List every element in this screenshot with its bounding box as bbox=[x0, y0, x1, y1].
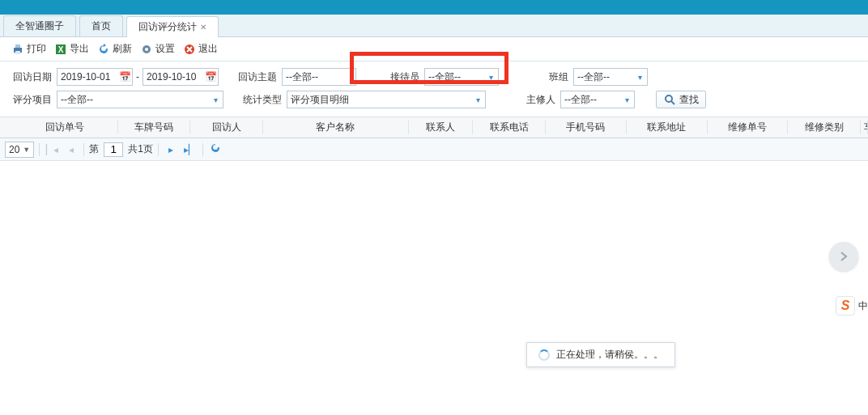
table-body: S 中 正在处理，请稍侯。。。 bbox=[0, 161, 868, 415]
score-item-value: --全部-- bbox=[61, 93, 208, 107]
separator bbox=[39, 143, 40, 156]
subject-label: 回访主题 bbox=[235, 70, 277, 84]
refresh-button[interactable]: 刷新 bbox=[97, 42, 132, 56]
refresh-icon bbox=[97, 43, 110, 56]
col-repair-type[interactable]: 维修类别 bbox=[788, 121, 861, 134]
page-size-value: 20 bbox=[9, 144, 19, 155]
excel-icon: X bbox=[54, 43, 67, 56]
team-value: --全部-- bbox=[577, 70, 632, 84]
col-address[interactable]: 联系地址 bbox=[627, 121, 708, 134]
tool-label: 刷新 bbox=[113, 42, 132, 56]
owner-label: 主修人 bbox=[523, 93, 555, 107]
next-page-button[interactable]: ▸ bbox=[164, 144, 178, 155]
svg-point-8 bbox=[666, 95, 672, 102]
filter-panel: 回访日期 2019-10-01 📅 - 2019-10-10 📅 回访主题 --… bbox=[0, 61, 868, 117]
team-select[interactable]: --全部-- ▾ bbox=[573, 68, 648, 86]
col-phone[interactable]: 联系电话 bbox=[473, 121, 546, 134]
prev-page-button[interactable]: ◂ bbox=[64, 144, 79, 155]
exit-icon bbox=[183, 43, 196, 56]
ime-lang: 中 bbox=[858, 299, 868, 313]
page-input[interactable] bbox=[104, 142, 123, 157]
export-button[interactable]: X 导出 bbox=[54, 42, 89, 56]
tab-score-stats[interactable]: 回访评分统计 ✕ bbox=[126, 16, 219, 37]
separator bbox=[83, 143, 84, 156]
separator bbox=[202, 143, 203, 156]
date-from-input[interactable]: 2019-10-01 📅 bbox=[57, 68, 133, 86]
last-page-button[interactable]: ▸▏ bbox=[183, 144, 198, 155]
tab-strip: 全智通圈子 首页 回访评分统计 ✕ bbox=[0, 15, 868, 37]
pager: 20 ▼ ▏◂ ◂ 第 共1页 ▸ ▸▏ bbox=[0, 138, 868, 161]
col-plate[interactable]: 车牌号码 bbox=[118, 121, 191, 134]
stat-type-label: 统计类型 bbox=[240, 93, 282, 107]
search-label: 查找 bbox=[679, 93, 699, 107]
chevron-down-icon: ▾ bbox=[470, 95, 485, 104]
col-repair-no[interactable]: 维修单号 bbox=[708, 121, 789, 134]
tab-label: 首页 bbox=[91, 19, 111, 33]
calendar-icon[interactable]: 📅 bbox=[203, 71, 218, 83]
scroll-right-fab[interactable] bbox=[829, 242, 858, 271]
svg-rect-1 bbox=[15, 44, 20, 48]
date-to-value: 2019-10-10 bbox=[147, 71, 196, 83]
tab-home[interactable]: 首页 bbox=[79, 15, 123, 36]
col-contact[interactable]: 联系人 bbox=[409, 121, 474, 134]
tool-label: 退出 bbox=[198, 42, 218, 56]
col-plate2[interactable]: 车牌 bbox=[861, 121, 868, 134]
tool-label: 导出 bbox=[70, 42, 89, 56]
page-total: 共1页 bbox=[128, 142, 153, 156]
svg-line-9 bbox=[671, 101, 674, 104]
page-prefix: 第 bbox=[89, 142, 99, 156]
date-from-value: 2019-10-01 bbox=[61, 71, 110, 83]
chevron-down-icon: ▾ bbox=[619, 95, 634, 104]
separator bbox=[158, 143, 159, 156]
svg-point-6 bbox=[145, 48, 148, 51]
date-separator: - bbox=[136, 71, 139, 83]
tab-community[interactable]: 全智通圈子 bbox=[3, 15, 76, 36]
svg-rect-2 bbox=[15, 51, 20, 54]
search-icon bbox=[663, 93, 676, 106]
page-size-select[interactable]: 20 ▼ bbox=[5, 142, 34, 158]
svg-text:X: X bbox=[58, 45, 64, 54]
stat-type-value: 评分项目明细 bbox=[291, 93, 470, 107]
settings-button[interactable]: 设置 bbox=[140, 42, 175, 56]
col-mobile[interactable]: 手机号码 bbox=[546, 121, 627, 134]
tab-label: 回访评分统计 bbox=[138, 20, 197, 34]
ime-indicator[interactable]: S 中 bbox=[836, 296, 868, 315]
spinner-icon bbox=[538, 349, 550, 361]
window-titlebar bbox=[0, 0, 868, 15]
printer-icon bbox=[11, 43, 24, 56]
subject-select[interactable]: --全部-- bbox=[282, 68, 356, 86]
exit-button[interactable]: 退出 bbox=[183, 42, 218, 56]
tool-label: 打印 bbox=[27, 42, 46, 56]
date-to-input[interactable]: 2019-10-10 📅 bbox=[143, 68, 219, 86]
col-ticket-no[interactable]: 回访单号 bbox=[13, 121, 118, 134]
chevron-down-icon: ▾ bbox=[208, 95, 223, 104]
print-button[interactable]: 打印 bbox=[11, 42, 46, 56]
tool-label: 设置 bbox=[155, 42, 175, 56]
calendar-icon[interactable]: 📅 bbox=[117, 71, 132, 83]
tab-label: 全智通圈子 bbox=[15, 19, 64, 33]
reload-button[interactable] bbox=[208, 142, 223, 156]
search-button[interactable]: 查找 bbox=[656, 91, 706, 108]
owner-value: --全部-- bbox=[564, 93, 619, 107]
chevron-down-icon: ▼ bbox=[23, 146, 30, 154]
col-customer[interactable]: 客户名称 bbox=[263, 121, 408, 134]
chevron-down-icon: ▾ bbox=[632, 73, 647, 82]
stat-type-select[interactable]: 评分项目明细 ▾ bbox=[287, 91, 486, 108]
col-visitor[interactable]: 回访人 bbox=[190, 121, 263, 134]
score-item-select[interactable]: --全部-- ▾ bbox=[57, 91, 223, 108]
loading-text: 正在处理，请稍侯。。。 bbox=[556, 348, 663, 362]
owner-select[interactable]: --全部-- ▾ bbox=[560, 91, 635, 108]
gear-icon bbox=[140, 43, 153, 56]
table-header: 回访单号 车牌号码 回访人 客户名称 联系人 联系电话 手机号码 联系地址 维修… bbox=[0, 117, 868, 138]
date-label: 回访日期 bbox=[10, 70, 52, 84]
score-item-label: 评分项目 bbox=[10, 93, 52, 107]
annotation-highlight bbox=[350, 52, 508, 84]
close-icon[interactable]: ✕ bbox=[200, 23, 206, 32]
first-page-button[interactable]: ▏◂ bbox=[45, 144, 59, 155]
sogou-icon: S bbox=[836, 296, 855, 315]
team-label: 班组 bbox=[544, 70, 568, 84]
subject-value: --全部-- bbox=[286, 70, 355, 84]
loading-toast: 正在处理，请稍侯。。。 bbox=[526, 342, 675, 367]
